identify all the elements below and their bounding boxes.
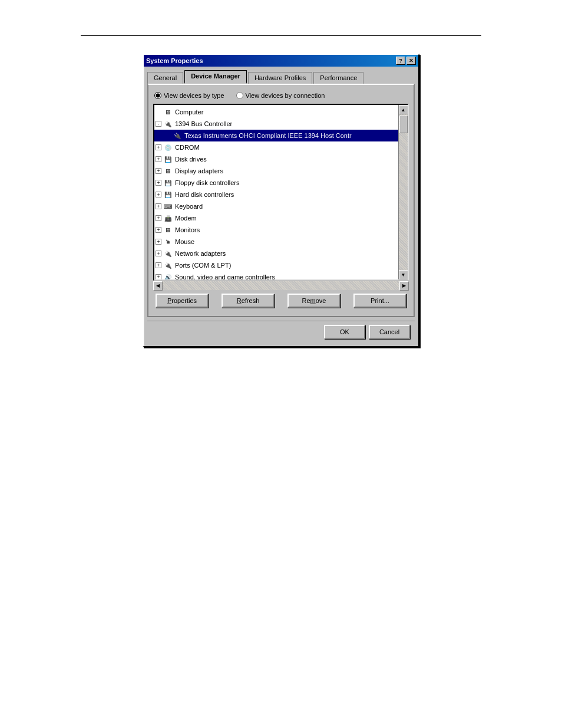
close-button[interactable]: ✕: [406, 57, 416, 65]
expand-monitors[interactable]: +: [156, 227, 161, 233]
refresh-button[interactable]: Refresh: [222, 294, 275, 308]
display-icon: 🖥: [163, 166, 173, 176]
expand-modem[interactable]: +: [156, 215, 161, 221]
title-bar: System Properties ? ✕: [144, 55, 418, 67]
disk-icon: 💾: [163, 154, 173, 164]
scroll-left-button[interactable]: ◀: [153, 281, 163, 291]
ok-cancel-row: OK Cancel: [147, 321, 415, 344]
cancel-button[interactable]: Cancel: [369, 325, 410, 339]
expand-keyboard[interactable]: +: [156, 203, 161, 209]
sound-icon: 🔊: [163, 272, 173, 279]
monitor-icon: 🖥: [163, 225, 173, 235]
scroll-right-button[interactable]: ▶: [399, 281, 409, 291]
mouse-label: Mouse: [175, 238, 194, 245]
disk-label: Disk drives: [175, 156, 207, 163]
tab-performance[interactable]: Performance: [313, 72, 363, 84]
tree-item-ti-1394[interactable]: 🔌 Texas Instruments OHCI Compliant IEEE …: [154, 130, 398, 141]
refresh-label: Refresh: [237, 297, 260, 304]
tree-item-modem[interactable]: + 📠 Modem: [154, 212, 398, 224]
radio-by-connection-input[interactable]: [236, 92, 243, 99]
ok-button[interactable]: OK: [324, 325, 365, 339]
properties-button[interactable]: Properties: [156, 294, 209, 308]
scroll-track-horizontal: [163, 281, 399, 290]
tab-performance-label: Performance: [320, 74, 357, 81]
expand-disk[interactable]: +: [156, 156, 161, 162]
tree-content: 🖥 Computer - 🔌 1394 Bus Controller: [154, 105, 398, 279]
print-button[interactable]: Print...: [353, 294, 406, 308]
tree-item-sound[interactable]: + 🔊 Sound, video and game controllers: [154, 271, 398, 279]
modem-label: Modem: [175, 215, 197, 222]
cdrom-icon: 💿: [163, 143, 173, 152]
expand-network[interactable]: +: [156, 251, 161, 256]
dialog-container: System Properties ? ✕ General Device Man…: [0, 54, 562, 347]
tree-item-floppy[interactable]: + 💾 Floppy disk controllers: [154, 177, 398, 189]
radio-by-connection-label: View devices by connection: [246, 92, 325, 99]
tree-item-1394[interactable]: - 🔌 1394 Bus Controller: [154, 118, 398, 130]
tab-device-manager[interactable]: Device Manager: [184, 70, 247, 84]
1394-icon: 🔌: [163, 119, 173, 129]
scroll-track-vertical: [399, 114, 408, 270]
scrollbar-horizontal: ◀ ▶: [153, 281, 409, 290]
ports-label: Ports (COM & LPT): [175, 262, 231, 269]
expand-display[interactable]: +: [156, 168, 161, 174]
device-tree: 🖥 Computer - 🔌 1394 Bus Controller: [153, 104, 409, 281]
ports-icon: 🔌: [163, 261, 173, 270]
cdrom-label: CDROM: [175, 144, 200, 151]
tree-item-display[interactable]: + 🖥 Display adapters: [154, 165, 398, 177]
tabs-area: General Device Manager Hardware Profiles…: [144, 67, 418, 84]
page-background: System Properties ? ✕ General Device Man…: [0, 0, 562, 728]
tree-item-ports[interactable]: + 🔌 Ports (COM & LPT): [154, 259, 398, 271]
scrollbar-vertical: ▲ ▼: [398, 105, 408, 279]
expand-mouse[interactable]: +: [156, 239, 161, 245]
expand-floppy[interactable]: +: [156, 180, 161, 186]
keyboard-icon: ⌨: [163, 202, 173, 211]
expand-1394[interactable]: -: [156, 121, 161, 127]
computer-icon: 🖥: [163, 107, 173, 117]
floppy-icon: 💾: [163, 178, 173, 187]
scroll-down-button[interactable]: ▼: [399, 270, 408, 279]
tree-item-disk[interactable]: + 💾 Disk drives: [154, 153, 398, 165]
tree-item-network[interactable]: + 🔌 Network adapters: [154, 248, 398, 259]
page-divider: [81, 35, 481, 36]
remove-label: Remove: [302, 297, 326, 304]
tree-item-computer[interactable]: 🖥 Computer: [154, 106, 398, 118]
scroll-thumb[interactable]: [399, 116, 408, 133]
expand-cdrom[interactable]: +: [156, 144, 161, 150]
computer-label: Computer: [175, 108, 203, 116]
view-options-row: View devices by type View devices by con…: [153, 90, 409, 104]
tab-hardware-profiles-label: Hardware Profiles: [254, 74, 306, 81]
properties-label: Properties: [167, 297, 197, 304]
1394-label: 1394 Bus Controller: [175, 120, 232, 127]
tab-general-label: General: [154, 74, 177, 81]
expand-ports[interactable]: +: [156, 262, 161, 268]
radio-by-type[interactable]: View devices by type: [154, 92, 224, 99]
tab-hardware-profiles[interactable]: Hardware Profiles: [248, 72, 312, 84]
display-label: Display adapters: [175, 167, 223, 174]
expand-hdd[interactable]: +: [156, 192, 161, 197]
keyboard-label: Keyboard: [175, 203, 203, 210]
sound-label: Sound, video and game controllers: [175, 274, 275, 279]
radio-by-type-label: View devices by type: [164, 92, 224, 99]
network-icon: 🔌: [163, 249, 173, 258]
tree-item-mouse[interactable]: + 🖱 Mouse: [154, 236, 398, 248]
hdd-label: Hard disk controllers: [175, 191, 234, 198]
remove-button[interactable]: Remove: [287, 294, 340, 308]
tree-item-cdrom[interactable]: + 💿 CDROM: [154, 141, 398, 153]
floppy-label: Floppy disk controllers: [175, 179, 239, 186]
tree-item-keyboard[interactable]: + ⌨ Keyboard: [154, 200, 398, 212]
monitors-label: Monitors: [175, 226, 200, 233]
tree-item-hdd[interactable]: + 💾 Hard disk controllers: [154, 189, 398, 200]
dialog-title: System Properties: [146, 57, 203, 64]
print-label: Print...: [371, 297, 389, 304]
radio-by-type-input[interactable]: [154, 92, 161, 99]
expand-sound[interactable]: +: [156, 274, 161, 279]
scroll-up-button[interactable]: ▲: [399, 105, 408, 114]
title-bar-buttons: ? ✕: [396, 57, 416, 65]
tab-general[interactable]: General: [147, 72, 183, 84]
tree-item-monitors[interactable]: + 🖥 Monitors: [154, 224, 398, 236]
radio-by-connection[interactable]: View devices by connection: [236, 92, 325, 99]
system-properties-dialog: System Properties ? ✕ General Device Man…: [143, 54, 419, 347]
hdd-icon: 💾: [163, 190, 173, 199]
ti-1394-icon: 🔌: [173, 131, 182, 140]
help-button[interactable]: ?: [396, 57, 405, 65]
